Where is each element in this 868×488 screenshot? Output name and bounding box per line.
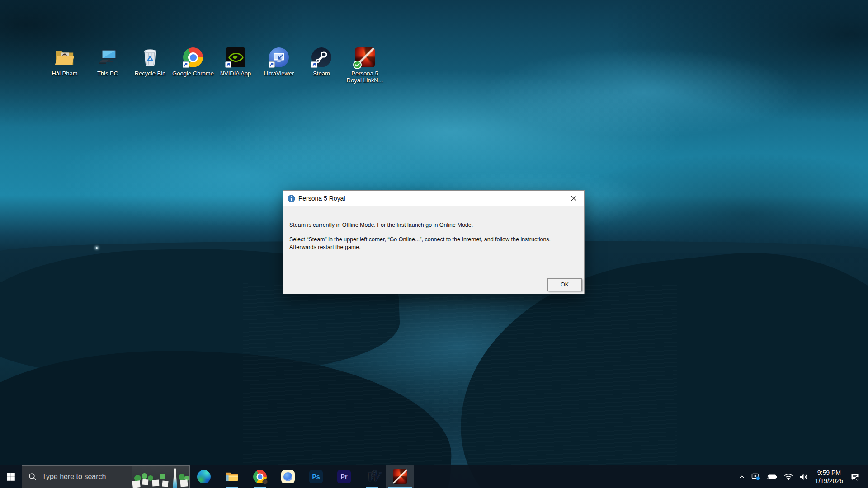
system-tray: 9:59 PM 1/19/2026: [736, 465, 868, 488]
sync-check-icon: [353, 61, 362, 69]
shortcut-arrow-icon: [269, 61, 275, 68]
nvidia-icon: [225, 47, 246, 68]
desktop-icon-ultraviewer[interactable]: UltraViewer: [258, 47, 300, 77]
start-button[interactable]: [0, 465, 22, 488]
windows-logo-icon: [7, 473, 15, 481]
desktop-icon-persona-5-royal[interactable]: Persona 5 Royal LinkN...: [344, 47, 386, 84]
desktop-icon-label: Recycle Bin: [135, 70, 166, 77]
action-center-icon[interactable]: [847, 465, 863, 488]
wuthering-waves-icon: W S: [364, 469, 380, 484]
desktop-icon-nvidia-app[interactable]: NVIDIA App: [215, 47, 256, 77]
taskbar-app-file-explorer[interactable]: [218, 465, 246, 488]
taskbar-app-microsoft-edge[interactable]: [190, 465, 218, 488]
desktop-icon-label: UltraViewer: [264, 70, 294, 77]
wallpaper-mast-line: [437, 182, 437, 191]
desktop-icon-google-chrome[interactable]: Google Chrome: [172, 47, 214, 77]
persona-5-royal-dialog: Persona 5 Royal Steam is currently in Of…: [283, 190, 585, 294]
desktop-icon-label: Google Chrome: [172, 70, 214, 77]
ultraviewer-icon: [269, 47, 289, 68]
search-icon: [28, 473, 37, 481]
wallpaper-distant-light: [96, 247, 98, 249]
chat-app-icon: [281, 470, 295, 483]
taskbar: Type here to search: [0, 465, 868, 488]
edge-icon: [197, 470, 211, 483]
chrome-profile-badge: [262, 479, 268, 484]
tray-chevron-up-icon[interactable]: [736, 465, 748, 488]
dialog-message-line1: Steam is currently in Offline Mode. For …: [289, 206, 578, 229]
taskbar-app-wuthering-waves[interactable]: W S: [358, 465, 386, 488]
user-folder-icon: [54, 47, 75, 68]
dialog-titlebar[interactable]: Persona 5 Royal: [283, 191, 584, 206]
taskbar-search-input[interactable]: Type here to search: [22, 465, 190, 488]
info-icon: [288, 195, 295, 202]
close-icon[interactable]: [563, 191, 584, 206]
taskbar-apps: Ps Pr W S: [190, 465, 414, 488]
desktop-icon-this-pc[interactable]: This PC: [87, 47, 128, 77]
clock-date: 1/19/2026: [815, 477, 843, 485]
chrome-icon: [253, 469, 267, 483]
desktop-icon-hai-pham[interactable]: Hải Phạm: [44, 47, 85, 77]
wallpaper-water-ripples: [243, 283, 677, 468]
steam-icon: [311, 47, 332, 68]
desktop-icon-label: Steam: [313, 70, 330, 77]
desktop-icon-label: Persona 5 Royal LinkN...: [344, 70, 386, 84]
clock-time: 9:59 PM: [817, 469, 841, 477]
search-placeholder: Type here to search: [42, 473, 106, 481]
show-desktop-button[interactable]: [863, 465, 865, 488]
recycle-bin-icon: [140, 47, 160, 68]
monument-icon: [171, 467, 179, 488]
persona-5-royal-icon: [354, 47, 375, 68]
chrome-icon: [183, 47, 203, 68]
dialog-title: Persona 5 Royal: [298, 195, 345, 202]
premiere-icon: Pr: [337, 470, 351, 483]
search-highlight-image: [132, 466, 189, 488]
persona-5-royal-icon: [393, 469, 407, 484]
shortcut-arrow-icon: [225, 61, 231, 68]
dialog-body: Steam is currently in Offline Mode. For …: [283, 206, 584, 295]
ok-button[interactable]: OK: [547, 278, 582, 291]
dialog-message-line2: Select “Steam” in the upper left corner,…: [289, 229, 578, 251]
volume-icon[interactable]: [796, 465, 811, 488]
shortcut-arrow-icon: [183, 61, 189, 68]
taskbar-app-persona-5-royal[interactable]: [386, 465, 414, 488]
desktop-icon-steam[interactable]: Steam: [301, 47, 342, 77]
taskbar-app-premiere[interactable]: Pr: [330, 465, 358, 488]
file-explorer-icon: [225, 471, 239, 483]
taskbar-app-photoshop[interactable]: Ps: [302, 465, 330, 488]
taskbar-app-google-chrome[interactable]: [246, 465, 274, 488]
wifi-icon[interactable]: [781, 465, 796, 488]
photoshop-icon: Ps: [309, 470, 323, 483]
desktop-icon-label: This PC: [97, 70, 118, 77]
desktop-icon-label: Hải Phạm: [52, 70, 77, 77]
taskbar-app-chat[interactable]: [274, 465, 302, 488]
taskbar-clock[interactable]: 9:59 PM 1/19/2026: [811, 469, 847, 485]
desktop-icon-label: NVIDIA App: [220, 70, 251, 77]
tray-remote-app-icon[interactable]: [748, 465, 764, 488]
desktop-icon-recycle-bin[interactable]: Recycle Bin: [129, 47, 171, 77]
this-pc-icon: [97, 47, 118, 68]
shortcut-arrow-icon: [311, 61, 317, 68]
battery-icon[interactable]: [764, 465, 781, 488]
